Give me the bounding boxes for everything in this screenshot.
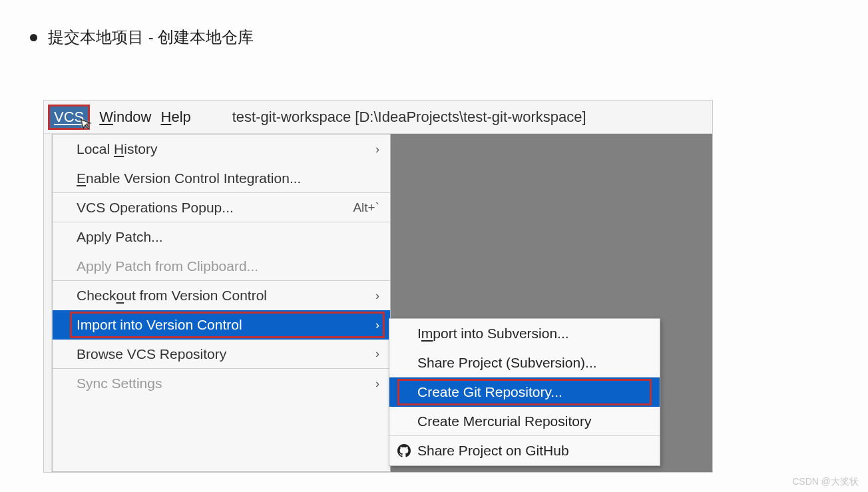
menu-vcs-operations-popup[interactable]: VCS Operations Popup... Alt+` — [53, 193, 390, 222]
watermark: CSDN @大奖状 — [792, 476, 859, 488]
menu-apply-patch[interactable]: Apply Patch... — [53, 222, 390, 252]
shortcut-label: Alt+` — [353, 200, 379, 215]
menu-sync-settings: Sync Settings › — [53, 369, 390, 398]
chevron-right-icon: › — [375, 318, 379, 332]
menu-create-mercurial-repo[interactable]: Create Mercurial Repository — [389, 407, 660, 436]
menu-window[interactable]: Window — [99, 109, 151, 126]
window-title: test-git-workspace [D:\IdeaProjects\test… — [232, 109, 586, 126]
page-heading: 提交本地项目 - 创建本地仓库 — [30, 27, 254, 48]
menu-share-subversion[interactable]: Share Project (Subversion)... — [389, 348, 660, 377]
bullet-icon — [30, 34, 37, 41]
import-vcs-submenu: Import into Subversion... Share Project … — [389, 318, 660, 466]
menu-help[interactable]: Help — [161, 109, 191, 126]
menu-import-into-vcs[interactable]: Import into Version Control › — [53, 310, 390, 340]
menu-checkout-vcs[interactable]: Checkout from Version Control › — [53, 281, 390, 310]
github-icon — [397, 444, 411, 457]
chevron-right-icon: › — [375, 347, 379, 361]
cursor-icon — [79, 115, 97, 134]
chevron-right-icon: › — [375, 289, 379, 303]
left-gutter — [44, 134, 52, 472]
chevron-right-icon: › — [375, 377, 379, 391]
vcs-dropdown-menu: Local History › Enable Version Control I… — [52, 134, 391, 472]
menu-local-history[interactable]: Local History › — [53, 134, 390, 164]
menu-create-git-repo[interactable]: Create Git Repository... — [389, 377, 660, 407]
menu-apply-patch-clipboard: Apply Patch from Clipboard... — [53, 252, 390, 281]
menubar: VCS Window Help test-git-workspace [D:\I… — [44, 101, 712, 134]
menu-browse-vcs-repo[interactable]: Browse VCS Repository › — [53, 340, 390, 369]
menu-enable-vcs-integration[interactable]: Enable Version Control Integration... — [53, 164, 390, 193]
heading-text: 提交本地项目 - 创建本地仓库 — [48, 27, 254, 48]
chevron-right-icon: › — [375, 142, 379, 156]
menu-import-subversion[interactable]: Import into Subversion... — [389, 319, 660, 348]
menu-share-github[interactable]: Share Project on GitHub — [389, 436, 660, 465]
